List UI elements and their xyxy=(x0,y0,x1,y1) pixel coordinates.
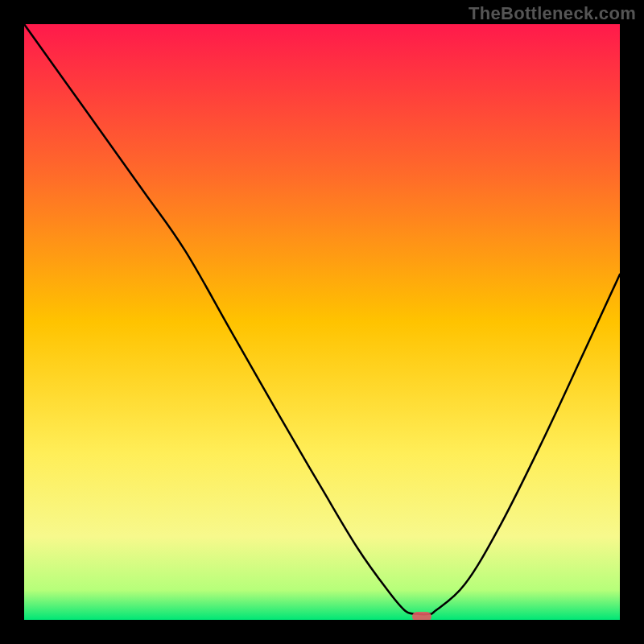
optimum-marker xyxy=(412,612,431,620)
chart-svg xyxy=(24,24,620,620)
plot-area xyxy=(24,24,620,620)
chart-frame: TheBottleneck.com xyxy=(0,0,644,644)
gradient-background xyxy=(24,24,620,620)
watermark-text: TheBottleneck.com xyxy=(469,3,636,24)
